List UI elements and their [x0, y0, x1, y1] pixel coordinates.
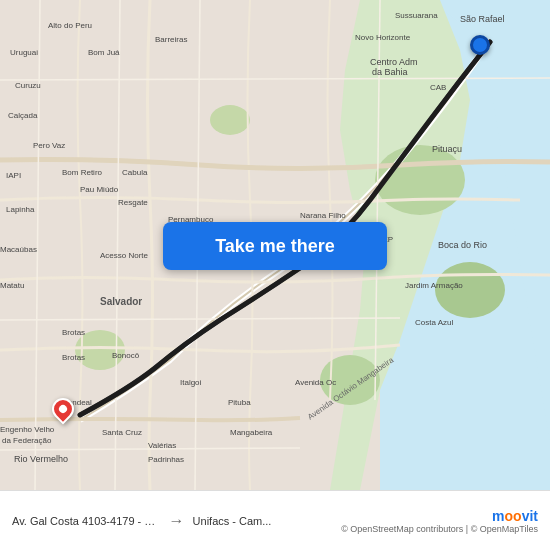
- svg-text:Acesso Norte: Acesso Norte: [100, 251, 149, 260]
- svg-text:Macaúbas: Macaúbas: [0, 245, 37, 254]
- svg-text:Costa Azul: Costa Azul: [415, 318, 453, 327]
- svg-text:Uruguai: Uruguai: [10, 48, 38, 57]
- svg-text:Resgate: Resgate: [118, 198, 148, 207]
- arrow-icon: →: [169, 512, 185, 530]
- svg-text:Barreiras: Barreiras: [155, 35, 187, 44]
- svg-text:CAB: CAB: [430, 83, 446, 92]
- svg-text:Salvador: Salvador: [100, 296, 142, 307]
- svg-text:Mangabeira: Mangabeira: [230, 428, 273, 437]
- to-label: Unifacs - Cam...: [193, 515, 342, 527]
- from-label: Av. Gal Costa 4103-4179 - São M...: [12, 515, 161, 527]
- destination-marker: [470, 35, 490, 55]
- svg-text:Sussuarana: Sussuarana: [395, 11, 438, 20]
- svg-text:Bom Juá: Bom Juá: [88, 48, 120, 57]
- bottom-bar: Av. Gal Costa 4103-4179 - São M... → Uni…: [0, 490, 550, 550]
- svg-text:Novo Horizonte: Novo Horizonte: [355, 33, 411, 42]
- svg-text:Pau Miúdo: Pau Miúdo: [80, 185, 119, 194]
- svg-text:Bom Retiro: Bom Retiro: [62, 168, 103, 177]
- svg-text:Matatu: Matatu: [0, 281, 24, 290]
- svg-text:Calçada: Calçada: [8, 111, 38, 120]
- svg-text:Boca do Rio: Boca do Rio: [438, 240, 487, 250]
- svg-text:Cabula: Cabula: [122, 168, 148, 177]
- svg-text:Narana Filho: Narana Filho: [300, 211, 346, 220]
- moovit-logo: moovit: [492, 508, 538, 524]
- svg-text:Italgoi: Italgoi: [180, 378, 202, 387]
- svg-text:Santa Cruz: Santa Cruz: [102, 428, 142, 437]
- svg-text:Rio Vermelho: Rio Vermelho: [14, 454, 68, 464]
- svg-text:Pero Vaz: Pero Vaz: [33, 141, 65, 150]
- svg-text:Engenho Velho: Engenho Velho: [0, 425, 55, 434]
- svg-text:da Federação: da Federação: [2, 436, 52, 445]
- svg-text:Jardim Armação: Jardim Armação: [405, 281, 463, 290]
- svg-point-4: [375, 145, 465, 215]
- attribution-text: © OpenStreetMap contributors | © OpenMap…: [341, 524, 538, 534]
- svg-text:Lapinha: Lapinha: [6, 205, 35, 214]
- map-container: São Rafael Sussuarana Novo Horizonte Cen…: [0, 0, 550, 490]
- svg-text:Brotas: Brotas: [62, 353, 85, 362]
- svg-point-7: [210, 105, 250, 135]
- svg-text:Pituaçu: Pituaçu: [432, 144, 462, 154]
- svg-text:São Rafael: São Rafael: [460, 14, 505, 24]
- take-me-there-button[interactable]: Take me there: [163, 222, 387, 270]
- svg-text:Padrinhas: Padrinhas: [148, 455, 184, 464]
- svg-text:Valérias: Valérias: [148, 441, 176, 450]
- svg-text:Alto do Peru: Alto do Peru: [48, 21, 92, 30]
- svg-text:IAPI: IAPI: [6, 171, 21, 180]
- svg-point-8: [435, 262, 505, 318]
- route-info: Av. Gal Costa 4103-4179 - São M... → Uni…: [12, 512, 341, 530]
- svg-text:Curuzu: Curuzu: [15, 81, 41, 90]
- svg-text:Pituba: Pituba: [228, 398, 251, 407]
- svg-text:Centro Adm: Centro Adm: [370, 57, 418, 67]
- svg-text:Brotas: Brotas: [62, 328, 85, 337]
- svg-text:da Bahia: da Bahia: [372, 67, 408, 77]
- svg-text:Bonocô: Bonocô: [112, 351, 140, 360]
- svg-text:Avenida Oc: Avenida Oc: [295, 378, 336, 387]
